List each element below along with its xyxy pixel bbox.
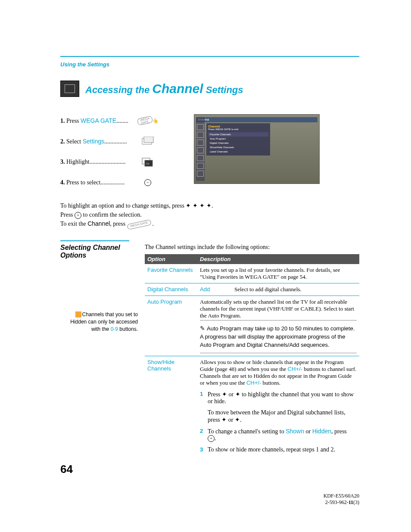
short-rule <box>60 240 129 241</box>
th-description: Description <box>197 254 359 264</box>
page-number: 64 <box>60 463 73 476</box>
osd-topbar: Antenna <box>196 117 318 122</box>
title-pre: Accessing the <box>85 84 152 95</box>
title-big: Channel <box>152 81 203 96</box>
table-intro: The Channel settings include the followi… <box>145 244 359 251</box>
row-digital: Digital Channels AddSelect to add digita… <box>145 283 359 296</box>
svg-text:Ch: Ch <box>146 162 149 165</box>
row-favorite: Favorite Channels Lets you set up a list… <box>145 264 359 283</box>
th-option: Option <box>145 254 197 264</box>
footer-doc: 2-593-962-11(3) <box>324 499 359 506</box>
auto-program-note: ✎Auto Program may take up to 20 to 50 mi… <box>200 320 357 353</box>
subsection-heading: Selecting Channel Options <box>60 244 138 259</box>
tip-box: Channels that you set to Hidden can only… <box>60 311 138 333</box>
step-2: 2. Select Settings............... <box>60 135 155 148</box>
row-auto: Auto Program Automatically sets up the c… <box>145 296 359 356</box>
two-col: Selecting Channel Options Channels that … <box>60 244 359 456</box>
section-header: Using the Settings <box>60 61 359 68</box>
title-row: Accessing the Channel Settings <box>60 81 359 97</box>
channel-icon <box>60 81 79 97</box>
title-post: Settings <box>203 84 243 95</box>
select-button-icon: + <box>140 177 155 189</box>
steps-list: 1. Press WEGA GATE........ WEGA GATE👆 2.… <box>60 114 155 197</box>
showhide-step-3: 3 To show or hide more channels, repeat … <box>200 446 357 453</box>
footer-model: KDF-E55/60A20 <box>324 493 359 500</box>
instructions: To highlight an option and to change set… <box>60 201 359 228</box>
page: Using the Settings Accessing the Channel… <box>0 0 411 532</box>
right-column: The Channel settings include the followi… <box>145 244 359 456</box>
wega-gate-button-icon: WEGA GATE👆 <box>140 115 155 127</box>
channel-highlight-icon: Ch <box>140 156 155 168</box>
step-4: 4. Press to select................ + <box>60 176 155 189</box>
osd-panel: Channel Press WEGA GATE to exit Favorite… <box>206 123 270 156</box>
select-button-icon: + <box>75 212 81 219</box>
options-table: Option Description Favorite Channels Let… <box>145 254 359 456</box>
note-icon: ✎ <box>200 325 205 332</box>
settings-icon <box>140 135 155 147</box>
steps-block: 1. Press WEGA GATE........ WEGA GATE👆 2.… <box>60 114 359 197</box>
osd-preview: Antenna Channel Press WEGA GATE to exit … <box>194 114 320 184</box>
left-column: Selecting Channel Options Channels that … <box>60 244 138 456</box>
row-showhide: Show/Hide Channels Allows you to show or… <box>145 356 359 456</box>
top-rule <box>60 56 359 57</box>
tip-icon <box>75 311 81 317</box>
showhide-step-2: 2 To change a channel's setting to Shown… <box>200 428 357 442</box>
footer: KDF-E55/60A20 2-593-962-11(3) <box>324 493 359 506</box>
step-1: 1. Press WEGA GATE........ WEGA GATE👆 <box>60 114 155 127</box>
wega-gate-button-icon: WEGA GATE <box>127 219 151 230</box>
page-title: Accessing the Channel Settings <box>85 81 243 96</box>
svg-rect-1 <box>144 137 153 143</box>
step-3: 3. Highlight........................ Ch <box>60 156 155 168</box>
select-button-icon: + <box>208 435 215 442</box>
osd-sidebar <box>196 117 205 181</box>
showhide-step-1: 1 Press ✦ or ✦ to highlight the channel … <box>200 391 357 423</box>
